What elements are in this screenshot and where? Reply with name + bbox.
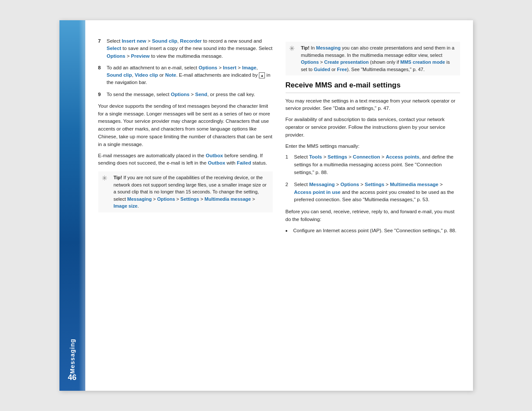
tip-icon-left: ✳ bbox=[102, 174, 110, 210]
step-9: 9 To send the message, select Options > … bbox=[98, 91, 273, 98]
bullet-1: • bbox=[286, 227, 291, 236]
link-sound-clip: Sound clip bbox=[152, 38, 177, 44]
left-column: 7 Select Insert new > Sound clip, Record… bbox=[98, 37, 273, 378]
link-guided: Guided bbox=[314, 67, 330, 72]
link-insert-new: Insert new bbox=[122, 38, 146, 44]
link-messaging-tip: Messaging bbox=[127, 196, 152, 202]
step-7-number: 7 bbox=[98, 37, 104, 60]
main-content: 7 Select Insert new > Sound clip, Record… bbox=[85, 20, 473, 391]
tip-icon-right: ✳ bbox=[289, 44, 298, 73]
link-free: Free bbox=[337, 67, 347, 72]
link-failed: Failed bbox=[237, 160, 251, 165]
link-settings-s2: Settings bbox=[365, 182, 384, 187]
step-9-number: 9 bbox=[98, 91, 104, 98]
bullet-1-content: Configure an Internet access point (IAP)… bbox=[293, 227, 460, 236]
right-column: ✳ Tip! In Messaging you can also create … bbox=[286, 37, 460, 378]
link-video-clip: Video clip bbox=[135, 72, 158, 78]
link-options-s2: Options bbox=[340, 182, 359, 187]
link-outbox-2: Outbox bbox=[208, 160, 225, 165]
link-access-points: Access points bbox=[386, 154, 419, 159]
page-number: 46 bbox=[68, 373, 76, 382]
section-heading: Receive MMS and e-mail settings bbox=[286, 80, 460, 93]
right-step-1-content: Select Tools > Settings > Connection > A… bbox=[294, 153, 460, 176]
link-settings-r: Settings bbox=[328, 154, 347, 159]
link-select-1: Select bbox=[107, 46, 121, 51]
tip-box-right: ✳ Tip! In Messaging you can also create … bbox=[286, 42, 460, 75]
right-step-1-num: 1 bbox=[286, 153, 292, 176]
link-preview: Preview bbox=[131, 53, 149, 59]
tip-text-right: Tip! In Messaging you can also create pr… bbox=[301, 44, 457, 73]
link-tools: Tools bbox=[309, 154, 322, 159]
before-para: Before you can send, receive, retrieve, … bbox=[286, 208, 460, 224]
link-multimedia-s2: Multimedia message bbox=[390, 182, 438, 187]
body-para-1: Your device supports the sending of text… bbox=[98, 103, 273, 149]
right-intro-1: You may receive the settings in a text m… bbox=[286, 97, 460, 113]
sidebar: Messaging 46 bbox=[59, 20, 85, 391]
step-8: 8 To add an attachment to an e-mail, sel… bbox=[98, 64, 273, 87]
link-outbox-1: Outbox bbox=[205, 153, 223, 158]
step-9-content: To send the message, select Options > Se… bbox=[107, 91, 273, 98]
link-options-r: Options bbox=[301, 59, 319, 65]
nav-icon: ▲ bbox=[259, 72, 265, 78]
link-options-1: Options bbox=[107, 53, 125, 59]
step-7-content: Select Insert new > Sound clip, Recorder… bbox=[107, 37, 273, 60]
sidebar-label: Messaging bbox=[69, 339, 76, 374]
link-messaging-r: Messaging bbox=[316, 45, 341, 50]
link-send: Send bbox=[195, 92, 207, 97]
link-mms-creation-mode: MMS creation mode bbox=[400, 59, 445, 65]
link-options-3: Options bbox=[171, 92, 189, 97]
link-create-presentation: Create presentation bbox=[324, 59, 369, 65]
right-intro-3: Enter the MMS settings manually: bbox=[286, 143, 460, 150]
link-sound-clip-2: Sound clip bbox=[107, 72, 132, 78]
link-connection: Connection bbox=[353, 154, 380, 159]
link-note: Note bbox=[165, 72, 176, 78]
right-intro-2: For availability of and subscription to … bbox=[286, 116, 460, 139]
step-8-number: 8 bbox=[98, 64, 104, 87]
link-settings-tip: Settings bbox=[180, 196, 199, 202]
right-step-1: 1 Select Tools > Settings > Connection >… bbox=[286, 153, 460, 176]
tip-box-left: ✳ Tip! If you are not sure of the capabi… bbox=[98, 171, 273, 212]
link-image-size-tip: Image size bbox=[114, 203, 138, 209]
link-image: Image bbox=[242, 65, 256, 70]
body-para-2: E-mail messages are automatically placed… bbox=[98, 152, 273, 168]
step-8-content: To add an attachment to an e-mail, selec… bbox=[107, 64, 273, 87]
link-messaging-s2: Messaging bbox=[309, 182, 335, 187]
link-recorder: Recorder bbox=[180, 38, 202, 44]
right-step-2-content: Select Messaging > Options > Settings > … bbox=[294, 181, 460, 204]
link-options-tip: Options bbox=[157, 196, 175, 202]
tip-text-left: Tip! If you are not sure of the capabili… bbox=[114, 174, 269, 210]
link-access-point-in-use: Access point in use bbox=[294, 190, 341, 195]
link-options-2: Options bbox=[199, 65, 217, 70]
link-insert-2: Insert bbox=[223, 65, 236, 70]
right-step-2-num: 2 bbox=[286, 181, 292, 204]
step-7: 7 Select Insert new > Sound clip, Record… bbox=[98, 37, 273, 60]
right-step-2: 2 Select Messaging > Options > Settings … bbox=[286, 181, 460, 204]
link-multimedia-msg-tip: Multimedia message bbox=[205, 196, 251, 202]
bullet-item-1: • Configure an Internet access point (IA… bbox=[286, 227, 460, 236]
page-container: Messaging 46 7 Select Insert new > Sound… bbox=[59, 20, 473, 391]
